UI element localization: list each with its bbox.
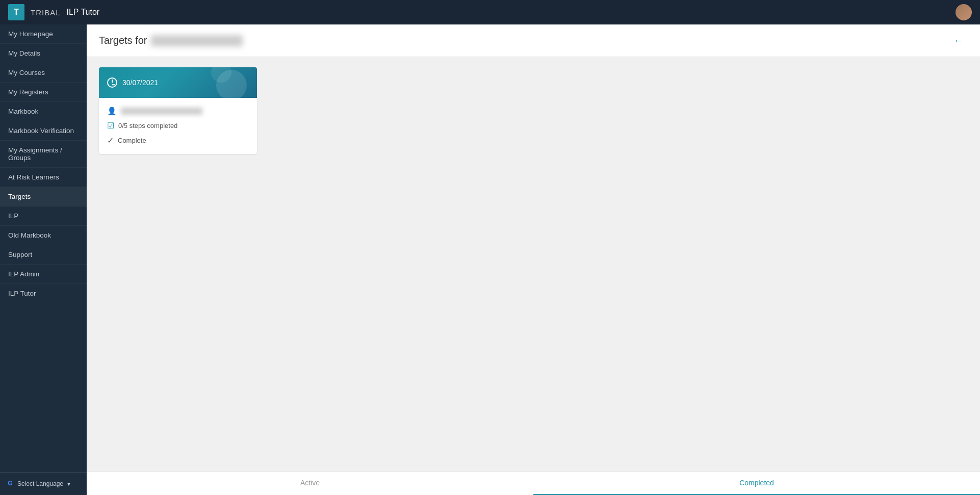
topbar-left: T TRIBAL ILP Tutor [8,4,99,20]
page-header: Targets for ← [87,24,980,57]
person-icon: 👤 [107,107,117,116]
sidebar-item-markbook-verification[interactable]: Markbook Verification [0,121,87,141]
tab-active[interactable]: Active [87,472,533,495]
sidebar-item-markbook[interactable]: Markbook [0,102,87,121]
select-language-label: Select Language [17,480,63,487]
card-date: 30/07/2021 [122,79,158,87]
card-body: 👤 ☑ 0/5 steps completed ✓ Complete [99,98,257,154]
card-person-row: 👤 [107,104,249,118]
clock-icon [107,77,117,88]
sidebar: My HomepageMy DetailsMy CoursesMy Regist… [0,24,87,495]
select-language-button[interactable]: G Select Language ▼ [6,478,71,490]
target-card[interactable]: 30/07/2021 👤 ☑ 0/5 steps completed ✓ Com… [99,67,257,154]
app-title: ILP Tutor [67,8,100,17]
sidebar-item-my-homepage[interactable]: My Homepage [0,24,87,44]
avatar[interactable] [956,4,972,20]
card-complete-row: ✓ Complete [107,133,249,148]
layout: My HomepageMy DetailsMy CoursesMy Regist… [0,24,980,495]
language-dropdown-arrow: ▼ [66,481,71,487]
avatar-image [956,4,972,20]
sidebar-item-ilp[interactable]: ILP [0,206,87,226]
sidebar-item-targets[interactable]: Targets [0,187,87,206]
content-area: 30/07/2021 👤 ☑ 0/5 steps completed ✓ Com… [87,57,980,467]
tabs-container: ActiveCompleted [87,471,980,495]
sidebar-item-my-details[interactable]: My Details [0,44,87,63]
clock-hand-minute [112,80,113,83]
sidebar-item-ilp-tutor[interactable]: ILP Tutor [0,284,87,303]
topbar: T TRIBAL ILP Tutor [0,0,980,24]
tribal-logo: T [8,4,24,20]
sidebar-footer: G Select Language ▼ [0,472,87,495]
checkmark-icon: ✓ [107,136,114,145]
back-button[interactable]: ← [949,33,968,48]
learner-name-blurred [151,35,243,46]
clock-hand-hour [112,84,115,85]
checkbox-icon: ☑ [107,121,114,131]
main-content: Targets for ← 30/07/2021 👤 [87,24,980,495]
sidebar-item-my-courses[interactable]: My Courses [0,63,87,83]
person-name-blurred [121,108,202,115]
sidebar-item-my-registers[interactable]: My Registers [0,83,87,102]
complete-text: Complete [118,137,146,144]
card-steps-row: ☑ 0/5 steps completed [107,118,249,133]
sidebar-item-my-assignments-groups[interactable]: My Assignments / Groups [0,141,87,168]
page-title: Targets for [99,35,243,46]
steps-text: 0/5 steps completed [118,122,177,129]
google-icon: G [6,480,14,488]
sidebar-item-old-markbook[interactable]: Old Markbook [0,226,87,245]
sidebar-item-at-risk-learners[interactable]: At Risk Learners [0,168,87,187]
brand-name: TRIBAL [31,8,61,17]
sidebar-item-support[interactable]: Support [0,245,87,265]
card-header: 30/07/2021 [99,67,257,98]
tab-completed[interactable]: Completed [533,472,980,495]
sidebar-item-ilp-admin[interactable]: ILP Admin [0,265,87,284]
